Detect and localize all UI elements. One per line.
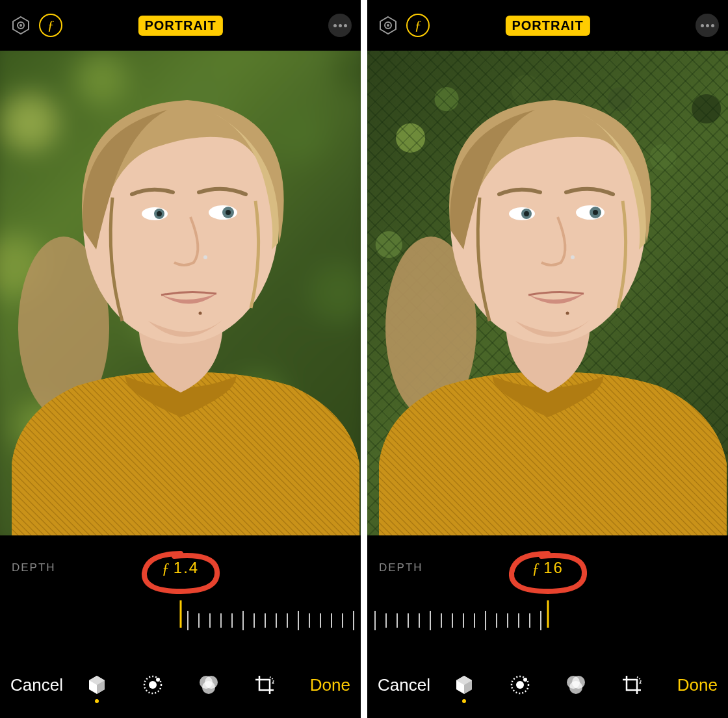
lighting-hex-icon[interactable] xyxy=(9,14,32,37)
lighting-hex-icon[interactable] xyxy=(376,14,400,37)
svg-point-7 xyxy=(157,211,162,216)
bottom-toolbar: Cancel Done xyxy=(0,652,361,717)
svg-point-30 xyxy=(593,210,598,215)
photo-preview[interactable] xyxy=(0,51,361,535)
done-button[interactable]: Done xyxy=(677,675,718,695)
f-value-display: ƒ16 xyxy=(532,559,564,577)
svg-point-31 xyxy=(571,255,575,259)
slider-ticks xyxy=(187,613,354,628)
svg-point-16 xyxy=(156,678,160,682)
slider-indicator xyxy=(547,600,549,628)
svg-point-22 xyxy=(387,24,389,27)
active-indicator-dot xyxy=(95,699,99,703)
depth-row: DEPTH ƒ1.4 xyxy=(0,535,361,600)
more-icon xyxy=(333,24,337,27)
adjust-tool[interactable] xyxy=(140,671,166,699)
svg-point-10 xyxy=(226,210,231,215)
svg-point-2 xyxy=(20,24,22,27)
f-value-display: ƒ1.4 xyxy=(162,559,199,577)
editor-pane-left: ƒ PORTRAIT xyxy=(0,0,361,718)
svg-point-32 xyxy=(566,312,569,315)
crop-tool[interactable] xyxy=(252,671,278,699)
top-bar: ƒ PORTRAIT xyxy=(367,0,728,51)
tool-icons xyxy=(84,671,278,699)
slider-indicator xyxy=(179,600,181,628)
filters-tool[interactable] xyxy=(196,671,222,699)
tool-icons xyxy=(451,671,645,699)
depth-slider-row xyxy=(0,600,361,652)
more-icon xyxy=(701,24,704,27)
active-indicator-dot xyxy=(462,699,466,703)
f-stop-icon[interactable]: ƒ xyxy=(406,14,430,37)
svg-point-39 xyxy=(569,681,582,694)
depth-row: DEPTH ƒ16 xyxy=(367,535,728,600)
depth-slider[interactable] xyxy=(457,600,639,639)
photo-preview[interactable] xyxy=(367,51,728,535)
cancel-button[interactable]: Cancel xyxy=(378,675,430,695)
svg-point-36 xyxy=(523,678,527,682)
mode-badge[interactable]: PORTRAIT xyxy=(138,16,222,36)
slider-ticks xyxy=(374,613,541,628)
mode-badge[interactable]: PORTRAIT xyxy=(505,16,590,36)
top-bar: ƒ PORTRAIT xyxy=(0,0,361,51)
svg-point-11 xyxy=(203,255,207,259)
editor-pane-right: ƒ PORTRAIT xyxy=(367,0,728,718)
svg-point-35 xyxy=(516,681,524,689)
photo-subject xyxy=(367,51,728,535)
f-stop-icon[interactable]: ƒ xyxy=(39,14,62,37)
f-stop-glyph: ƒ xyxy=(415,17,422,34)
filters-tool[interactable] xyxy=(563,671,589,699)
photo-subject xyxy=(0,51,361,535)
done-button[interactable]: Done xyxy=(310,675,350,695)
portrait-lighting-tool[interactable] xyxy=(451,671,477,699)
more-button[interactable] xyxy=(328,14,352,37)
depth-label: DEPTH xyxy=(12,561,56,574)
depth-slider-row xyxy=(367,600,728,652)
crop-tool[interactable] xyxy=(619,671,645,699)
adjust-tool[interactable] xyxy=(507,671,533,699)
depth-label: DEPTH xyxy=(379,561,423,574)
portrait-lighting-tool[interactable] xyxy=(84,671,110,699)
f-stop-glyph: ƒ xyxy=(47,17,55,34)
svg-point-27 xyxy=(524,211,529,216)
cancel-button[interactable]: Cancel xyxy=(10,675,63,695)
svg-point-19 xyxy=(202,681,215,694)
more-button[interactable] xyxy=(696,14,719,37)
svg-point-15 xyxy=(149,681,157,689)
bottom-toolbar: Cancel Done xyxy=(367,652,728,717)
depth-slider[interactable] xyxy=(90,600,272,639)
svg-point-12 xyxy=(198,312,202,315)
